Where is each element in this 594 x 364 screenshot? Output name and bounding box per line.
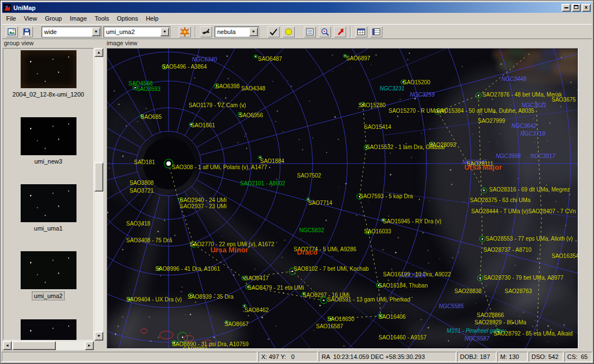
object-type-select[interactable]: nebula ▼ [214, 26, 259, 37]
menu-item-image[interactable]: Image [66, 13, 91, 23]
chevron-down-icon[interactable]: ▼ [92, 27, 100, 36]
show-detected-button[interactable] [282, 26, 295, 38]
sky-object-label: NGC6340 [192, 56, 217, 63]
minimize-button[interactable] [562, 4, 571, 12]
scroll-down-button[interactable]: ▼ [94, 332, 103, 341]
scrollbar-thumb[interactable] [94, 162, 103, 191]
group-select[interactable]: wide ▼ [41, 26, 102, 37]
goto-button[interactable] [333, 26, 347, 38]
image-view-title: image view [107, 40, 137, 47]
sky-object-label: SAO3808 [130, 180, 154, 186]
sky-object-label: SAO28407 - 7 CVn [528, 208, 576, 214]
object-list-button[interactable] [303, 26, 317, 38]
table-view-button[interactable] [370, 26, 383, 38]
sky-object-label: SAO15414 [364, 124, 391, 130]
sky-object-label: SAO15384 - 50 alf UMa, Dubhe, A8035 [437, 108, 534, 114]
scroll-up-button[interactable]: ▲ [94, 48, 103, 57]
sky-object-label: SAO8102 - 7 bet UMi, Kochab [294, 266, 369, 272]
load-image-button[interactable] [5, 26, 18, 38]
sky-object-label: NGC5585 [439, 303, 463, 309]
chevron-down-icon[interactable]: ▼ [160, 27, 169, 36]
close-button[interactable]: × [582, 4, 591, 12]
image-view-panel: image view [106, 40, 579, 350]
menu-item-tools[interactable]: Tools [91, 13, 113, 23]
menu-item-options[interactable]: Options [113, 13, 142, 23]
red-arrow-icon [336, 27, 344, 36]
thumbnail-item[interactable]: 2004_02_12-8x-umi_1200 [3, 50, 93, 98]
image-select[interactable]: umi_uma2 ▼ [103, 26, 170, 37]
sky-object-label: SAO15532 - 1 lam Dra, Giausar [366, 144, 446, 150]
sky-object-label: SAO6956 [239, 112, 263, 118]
thumbnail-list: 2004_02_12-8x-umi_1200umi_new3umi_uma1um… [3, 48, 94, 341]
menu-item-group[interactable]: Group [41, 13, 66, 23]
menu-item-help[interactable]: Help [142, 13, 162, 23]
check-icon [269, 27, 278, 36]
sky-object-label: SAO1179 - VZ Cam (v) [189, 102, 246, 108]
sky-object-label: SAO8996 - 41 Dra, A1061 [155, 266, 220, 272]
magnifier-icon [320, 27, 329, 36]
thumbnail-item[interactable]: umi_new3 [3, 117, 93, 165]
group-view-title: group view [4, 40, 33, 47]
menu-item-view[interactable]: View [20, 13, 41, 23]
scrollbar-thumb[interactable] [12, 341, 56, 350]
minimize-icon [564, 7, 568, 8]
thumbnail-image[interactable] [21, 50, 76, 88]
detect-stars-button[interactable] [178, 26, 191, 38]
sky-object-label: SAO16587 [316, 323, 343, 329]
sky-object-label: SAO15280 [358, 102, 386, 108]
thumbnail-item[interactable]: umi_uma2 [3, 251, 93, 300]
sky-object-label: SAO28444 - T UMa (v) [471, 208, 528, 214]
thumbnail-label: 2004_02_12-8x-umi_1200 [11, 90, 85, 98]
sky-object-label: SAO6398 [215, 83, 239, 89]
thumbnail-image[interactable] [21, 251, 76, 289]
sky-object-label: SAO8667 [224, 321, 248, 327]
sky-object-label: SAO7502 [297, 173, 321, 179]
sky-object-label: SAO8479 - 21 eta UMi [248, 285, 304, 291]
sky-object-label: SAO8893 [183, 346, 207, 349]
menu-item-file[interactable]: File [2, 13, 20, 23]
sky-object-label: NGC3718 [520, 131, 545, 137]
status-dobj-count: DOBJ: 187 [457, 352, 496, 362]
plate-solve-button[interactable] [199, 26, 213, 38]
sky-object-label: SAO2101 - A8602 [240, 180, 285, 186]
menu-bar: FileViewGroupImageToolsOptionsHelp [2, 13, 592, 23]
save-button[interactable] [20, 26, 33, 38]
grid-view-button[interactable] [355, 26, 368, 38]
scroll-left-button[interactable]: ◄ [3, 341, 12, 350]
sky-object-label: SAO9404 - UX Dra (v) [126, 296, 181, 303]
thumbnail-item[interactable]: umi_uma1 [3, 184, 93, 232]
sky-object-label: NGC3231 [380, 85, 404, 92]
constellation-label: Ursa Major [464, 164, 502, 170]
thumbnail-item[interactable] [3, 319, 93, 341]
thumbnail-image[interactable] [21, 117, 76, 155]
sky-object-label: SAO3593 [136, 86, 160, 92]
sky-object-label: SAO8591 - 13 gam UMi, Pherkad [327, 296, 410, 303]
chevron-down-icon[interactable]: ▼ [249, 27, 258, 36]
validate-button[interactable] [267, 26, 280, 38]
scroll-right-button[interactable]: ► [85, 341, 94, 350]
sky-object-label: SAO4348 [241, 85, 265, 92]
sky-object-label: NGC5832 [299, 227, 324, 233]
sky-object-label: SAO2937 - 23 UMi [180, 203, 227, 209]
sky-object-label: SAO16354 [552, 253, 578, 259]
sky-object-label: SAO28737 - A8710 [483, 247, 531, 253]
group-view-horizontal-scrollbar[interactable]: ◄ ► [3, 341, 94, 350]
sky-object-label: SAO8939 - 35 Dra [188, 294, 233, 300]
sky-object-label: SAO1884 [260, 158, 284, 164]
title-bar[interactable]: UniMap × [2, 2, 592, 13]
sky-object-label: SAO3418 [126, 221, 150, 227]
starburst-icon [180, 27, 190, 37]
group-view-vertical-scrollbar[interactable]: ▲ ▼ [94, 48, 103, 341]
thumbnail-image[interactable] [21, 319, 76, 341]
sky-object-label: SAO6487 [258, 56, 282, 62]
sky-object-label: SAO308 - 1 alf UMi, Polaris (v), A1477 [172, 164, 267, 170]
sky-object-label: NGC3631 [521, 102, 546, 108]
starmap[interactable]: NGC6340SAO6487SAO6897NGC3448SAO5496 - A3… [107, 48, 578, 349]
maximize-button[interactable] [572, 4, 581, 12]
thumbnail-image[interactable] [21, 184, 76, 222]
table-icon [372, 27, 381, 36]
zoom-tool-button[interactable] [318, 26, 332, 38]
sky-object-label: SAO28929 - 86 UMa [475, 319, 526, 325]
sky-object-label: SAO28375 - 63 chi UMa [470, 197, 530, 203]
unimap-window: { "window": {"title": "UniMap"}, "menu":… [0, 0, 594, 364]
